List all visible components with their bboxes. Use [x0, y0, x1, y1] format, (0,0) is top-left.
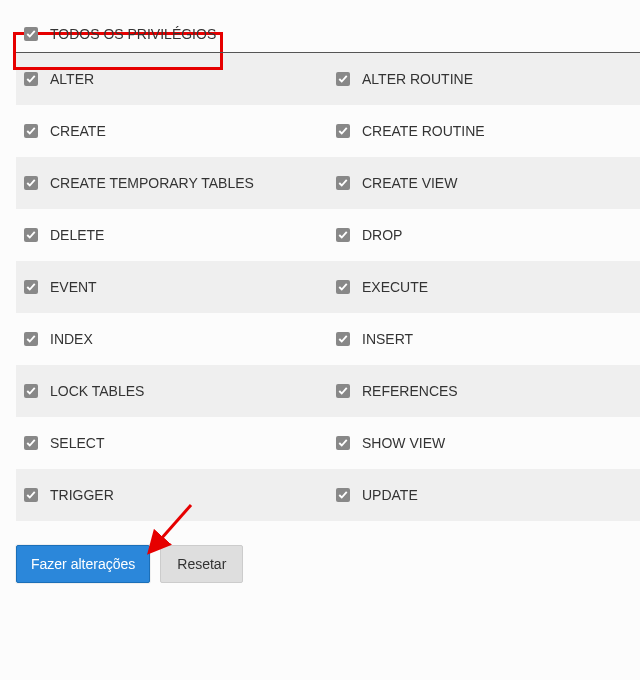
privilege-cell: SELECT	[16, 417, 328, 469]
privilege-label: INSERT	[362, 331, 413, 347]
privilege-cell: DROP	[328, 209, 640, 261]
privilege-label: EXECUTE	[362, 279, 428, 295]
table-row: TRIGGERUPDATE	[16, 469, 640, 521]
table-row: CREATE TEMPORARY TABLESCREATE VIEW	[16, 157, 640, 209]
privileges-panel: TODOS OS PRIVILÉGIOS ALTERALTER ROUTINEC…	[0, 0, 640, 613]
privilege-checkbox[interactable]	[336, 124, 350, 138]
privilege-cell: CREATE	[16, 105, 328, 157]
privilege-checkbox[interactable]	[24, 124, 38, 138]
privilege-label: CREATE TEMPORARY TABLES	[50, 175, 254, 191]
privilege-label: CREATE ROUTINE	[362, 123, 485, 139]
privilege-cell: INSERT	[328, 313, 640, 365]
privilege-checkbox[interactable]	[336, 332, 350, 346]
table-row: EVENTEXECUTE	[16, 261, 640, 313]
privilege-cell: ALTER ROUTINE	[328, 53, 640, 105]
privilege-cell: TRIGGER	[16, 469, 328, 521]
privilege-checkbox[interactable]	[24, 332, 38, 346]
submit-button[interactable]: Fazer alterações	[16, 545, 150, 583]
table-row: DELETEDROP	[16, 209, 640, 261]
privilege-cell: REFERENCES	[328, 365, 640, 417]
privilege-label: CREATE VIEW	[362, 175, 457, 191]
privilege-checkbox[interactable]	[336, 280, 350, 294]
table-row: INDEXINSERT	[16, 313, 640, 365]
button-row: Fazer alterações Resetar	[16, 545, 640, 583]
privilege-checkbox[interactable]	[24, 176, 38, 190]
privilege-checkbox[interactable]	[24, 384, 38, 398]
privileges-table: ALTERALTER ROUTINECREATECREATE ROUTINECR…	[16, 53, 640, 521]
privilege-label: UPDATE	[362, 487, 418, 503]
privilege-label: TRIGGER	[50, 487, 114, 503]
privilege-label: SELECT	[50, 435, 104, 451]
privilege-cell: EXECUTE	[328, 261, 640, 313]
table-row: ALTERALTER ROUTINE	[16, 53, 640, 105]
privilege-label: ALTER	[50, 71, 94, 87]
privilege-cell: EVENT	[16, 261, 328, 313]
master-privilege-row: TODOS OS PRIVILÉGIOS	[16, 16, 640, 53]
privilege-cell: UPDATE	[328, 469, 640, 521]
privilege-label: REFERENCES	[362, 383, 458, 399]
privilege-checkbox[interactable]	[336, 488, 350, 502]
privilege-label: SHOW VIEW	[362, 435, 445, 451]
privilege-cell: LOCK TABLES	[16, 365, 328, 417]
privilege-checkbox[interactable]	[24, 72, 38, 86]
master-checkbox[interactable]	[24, 27, 38, 41]
privilege-cell: SHOW VIEW	[328, 417, 640, 469]
privilege-checkbox[interactable]	[336, 228, 350, 242]
privilege-checkbox[interactable]	[336, 384, 350, 398]
privilege-label: ALTER ROUTINE	[362, 71, 473, 87]
privilege-checkbox[interactable]	[24, 228, 38, 242]
privilege-label: DROP	[362, 227, 402, 243]
privilege-cell: CREATE TEMPORARY TABLES	[16, 157, 328, 209]
master-label: TODOS OS PRIVILÉGIOS	[50, 26, 216, 42]
privilege-cell: DELETE	[16, 209, 328, 261]
table-row: CREATECREATE ROUTINE	[16, 105, 640, 157]
privilege-cell: CREATE VIEW	[328, 157, 640, 209]
privilege-label: EVENT	[50, 279, 97, 295]
privilege-checkbox[interactable]	[24, 280, 38, 294]
table-row: SELECTSHOW VIEW	[16, 417, 640, 469]
privilege-checkbox[interactable]	[24, 488, 38, 502]
privilege-cell: CREATE ROUTINE	[328, 105, 640, 157]
privilege-checkbox[interactable]	[336, 436, 350, 450]
privilege-label: DELETE	[50, 227, 104, 243]
privilege-cell: ALTER	[16, 53, 328, 105]
privilege-label: INDEX	[50, 331, 93, 347]
privilege-cell: INDEX	[16, 313, 328, 365]
privilege-label: CREATE	[50, 123, 106, 139]
privilege-label: LOCK TABLES	[50, 383, 144, 399]
table-row: LOCK TABLESREFERENCES	[16, 365, 640, 417]
privilege-checkbox[interactable]	[24, 436, 38, 450]
privilege-checkbox[interactable]	[336, 176, 350, 190]
privilege-checkbox[interactable]	[336, 72, 350, 86]
reset-button[interactable]: Resetar	[160, 545, 243, 583]
